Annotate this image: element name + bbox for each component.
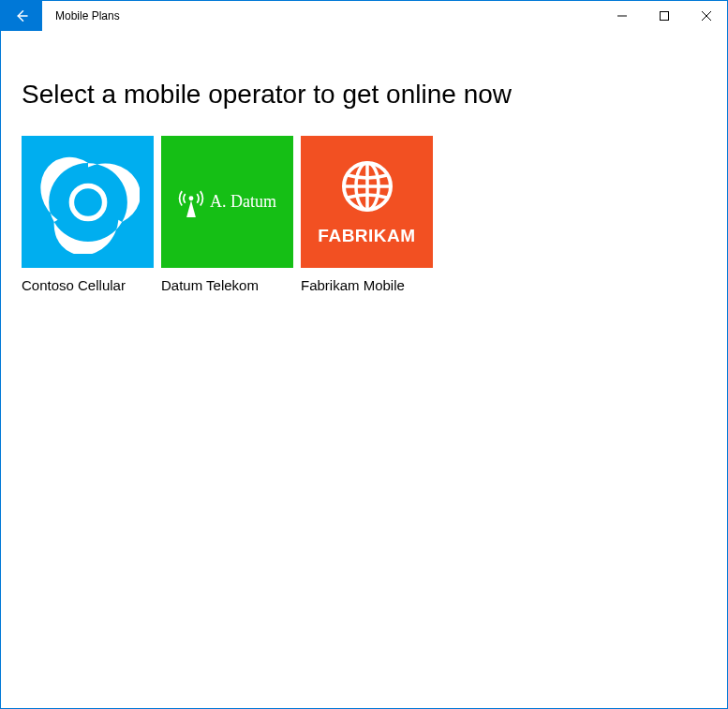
page-title: Select a mobile operator to get online n… <box>22 80 706 110</box>
titlebar-spacer <box>120 1 601 31</box>
antenna-icon <box>178 185 204 219</box>
minimize-button[interactable] <box>601 1 643 31</box>
arrow-left-icon <box>13 7 30 24</box>
operator-name: Fabrikam Mobile <box>301 277 433 293</box>
maximize-icon <box>660 11 669 21</box>
operator-tile-fabrikam[interactable]: FABRIKAM Fabrikam Mobile <box>301 136 433 293</box>
contoso-logo <box>22 136 154 268</box>
operator-name: Contoso Cellular <box>22 277 154 293</box>
operator-tile-datum[interactable]: A. Datum Datum Telekom <box>161 136 293 293</box>
svg-point-6 <box>189 196 194 200</box>
maximize-button[interactable] <box>643 1 685 31</box>
globe-icon <box>339 158 395 214</box>
app-title: Mobile Plans <box>42 1 120 31</box>
titlebar: Mobile Plans <box>1 1 727 31</box>
fabrikam-logo: FABRIKAM <box>301 136 433 268</box>
operator-name: Datum Telekom <box>161 277 293 293</box>
fabrikam-logo-text: FABRIKAM <box>318 226 415 246</box>
minimize-icon <box>617 11 627 21</box>
window-controls <box>601 1 727 31</box>
close-icon <box>702 11 711 21</box>
operator-tile-contoso[interactable]: Contoso Cellular <box>22 136 154 293</box>
content-area: Select a mobile operator to get online n… <box>1 31 727 293</box>
datum-logo-text: A. Datum <box>210 192 276 212</box>
close-button[interactable] <box>685 1 727 31</box>
svg-rect-2 <box>660 12 668 21</box>
swirl-icon <box>37 151 140 254</box>
svg-point-5 <box>71 185 104 218</box>
datum-logo: A. Datum <box>161 136 293 268</box>
back-button[interactable] <box>1 1 42 31</box>
operator-tiles: Contoso Cellular A. Datum Datum Telekom <box>22 136 706 293</box>
